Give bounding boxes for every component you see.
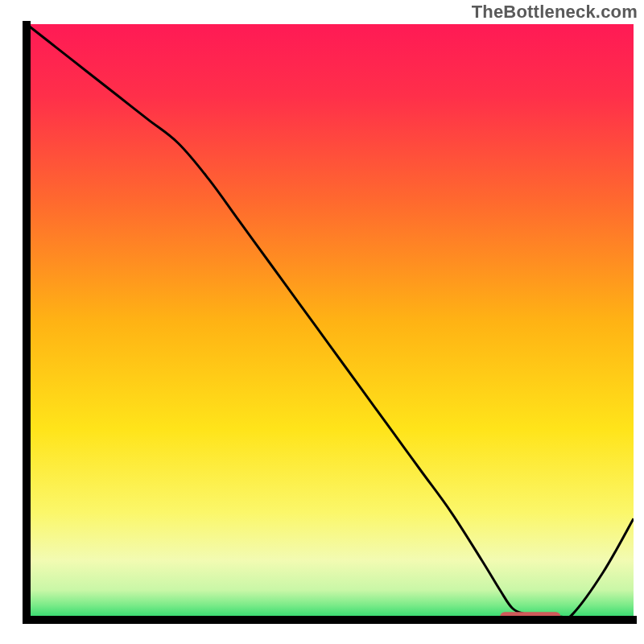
plot-background [27,24,634,620]
chart-stage: TheBottleneck.com [0,0,644,644]
bottleneck-chart [0,0,644,644]
